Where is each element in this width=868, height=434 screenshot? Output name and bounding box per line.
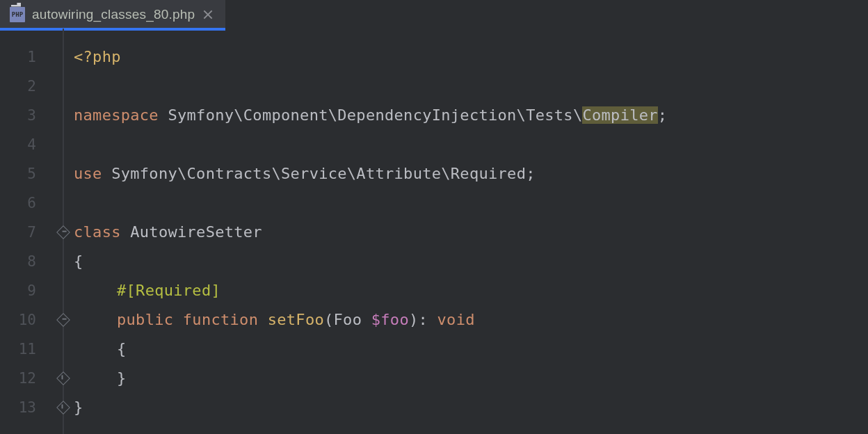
close-icon[interactable] [202,8,214,21]
code-line: } [74,364,667,393]
code-line [74,72,667,101]
fold-close-icon[interactable] [56,371,70,385]
line-number: 10 [0,305,36,335]
line-number: 5 [0,159,36,188]
code-editor[interactable]: 1 2 3 4 5 6 7 8 9 10 11 12 13 <?php name… [0,29,868,434]
line-number: 3 [0,101,36,130]
editor-tab[interactable]: PHP autowiring_classes_80.php [0,0,225,29]
line-number: 12 [0,364,36,393]
line-number: 4 [0,130,36,159]
code-line: { [74,335,667,364]
tab-bar: PHP autowiring_classes_80.php [0,0,868,29]
fold-open-icon[interactable] [56,313,70,327]
code-line: class AutowireSetter [74,218,667,247]
code-line: { [74,247,667,276]
code-line: public function setFoo(Foo $foo): void [74,305,667,335]
code-line [74,188,667,218]
line-number: 6 [0,188,36,218]
php-file-icon: PHP [10,7,25,22]
fold-close-icon[interactable] [56,401,70,415]
code-line: } [74,393,667,422]
code-line: namespace Symfony\Component\DependencyIn… [74,101,667,130]
line-number-gutter: 1 2 3 4 5 6 7 8 9 10 11 12 13 [0,29,57,434]
line-number: 7 [0,218,36,247]
line-number: 1 [0,42,36,72]
fold-open-icon[interactable] [56,225,70,239]
code-line: use Symfony\Contracts\Service\Attribute\… [74,159,667,188]
tab-filename: autowiring_classes_80.php [32,7,195,22]
fold-gutter [57,29,74,434]
line-number: 8 [0,247,36,276]
code-line [74,130,667,159]
line-number: 13 [0,393,36,422]
line-number: 2 [0,72,36,101]
code-line: <?php [74,42,667,72]
code-area[interactable]: <?php namespace Symfony\Component\Depend… [74,29,667,434]
line-number: 11 [0,335,36,364]
code-line: #[Required] [74,276,667,305]
line-number: 9 [0,276,36,305]
